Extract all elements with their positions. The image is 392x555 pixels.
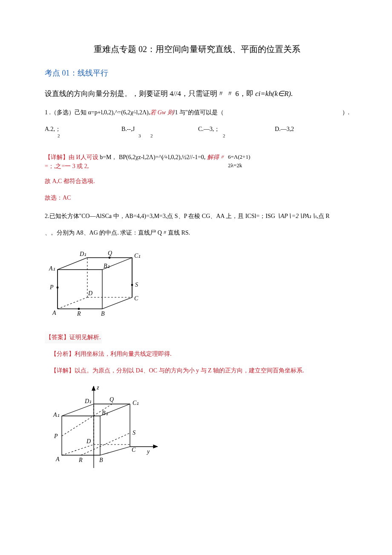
q2a-text: 2.已知长方体"CO—AlSCa 中，AB=4,4)=3,M=3,点 S、P 在… [45,213,275,219]
q1-stem: 1 .（多选）己知 α=p+l,0,2),^=(6,2χ∕-l,2Λ), [45,109,150,116]
analysis-row: 【分析】利用坐标法，利用向量共线定理即得. [45,349,349,358]
q1-left: 1 .（多选）己知 α=p+l,0,2),^=(6,2χ∕-l,2Λ),若 Gw… [45,108,224,117]
figure-2: A B C D A₁ B₁ C₁ D₁ P Q R S y z [45,383,349,475]
label2-B1: B₁ [102,410,108,416]
svg-point-9 [109,256,111,259]
option-a-text: A.2,； [45,126,61,132]
page-title: 重难点专题 02：用空间向量研究直线、平面的位置关系 [45,43,349,55]
jiexi-b3: =；,之=一 3 或 2, [45,163,89,169]
jiexi-tag: 【详解】 [45,154,69,160]
label2-y: y [146,448,150,455]
option-d-text: D.—3,2 [275,126,294,132]
label-R: R [77,311,81,317]
label-Q: Q [108,250,112,256]
section-heading: 考点 01：线线平行 [45,67,349,79]
label2-C1: C₁ [133,400,139,406]
label2-R: R [78,457,83,463]
question-2-line1: 2.已知长方体"CO—AlSCa 中，AB=4,4)=3,M=3,点 S、P 在… [45,212,349,221]
label-B1: B₁ [104,263,110,269]
q1-ruo: 若 Gw 则 [150,109,173,116]
label2-C: C [132,447,136,453]
label-C1: C₁ [134,253,141,259]
option-b-text: B.--,J [121,126,135,132]
label-A1: A₁ [49,265,55,272]
xj-tag: 【详解】 [51,367,75,374]
label-D1: D₁ [79,251,86,257]
svg-line-5 [58,297,87,309]
detail-row: 【详解】以点。为原点，分别以 D4、OC 与的方向为小 y 与 Z 轴的正方向，… [45,366,349,375]
svg-line-18 [100,447,130,455]
label2-Q: Q [110,396,114,403]
svg-line-22 [62,404,112,436]
q2a-tail: ,点 R [317,213,329,219]
q2a-mid: ∖AP∖=2∖PA₁∖ [275,213,315,219]
option-b-sub1: 3 [138,132,141,139]
answer-tag: 【答案】 [46,334,69,340]
solution-right: 6=Λ(2+1) 2λ=2k [228,153,250,171]
svg-point-10 [78,308,80,310]
label2-A: A [55,456,60,462]
svg-point-11 [131,284,133,286]
fx-tag: 【分析】 [51,351,75,357]
q1-close: ）. [342,108,350,117]
option-a-sub: 2 [58,132,60,139]
label-S: S [135,282,138,288]
options-row: A.2,； 2 B.--,J 3 2 C.—3,； 2 D.—3,2 [45,125,349,142]
label-B: B [101,311,105,317]
answer-body: 证明见解析. [69,334,101,340]
label-A: A [52,310,56,316]
label2-D1: D₁ [84,398,92,404]
question-2-line2: 、。分别为 A8、AG 的中点. 求证：直线尸 Q〃直线 RS. [45,228,349,237]
jiexi-b1: 由 И人可设 [69,154,100,160]
q1-tail: /1 与"的值可以是（ [173,109,224,116]
label2-B: B [99,457,103,463]
svg-line-19 [62,445,94,455]
xj-body: 以点。为原点，分别以 D4、OC 与的方向为小 y 与 Z 轴的正方向，建立空间… [75,367,304,374]
option-a: A.2,； 2 [45,125,121,142]
svg-line-14 [62,404,94,416]
figure-1: A B C D A₁ B₁ C₁ D₁ P Q R S [45,245,349,329]
label-P: P [49,284,54,291]
option-d: D.—3,2 [275,125,349,142]
answer-row: 【答案】证明见解析. [45,331,102,343]
solution-left: 【详解】由 И人可设 b=M， BP(6,2χz-l,2Λ)=^(∕+l,0,2… [45,153,228,171]
label2-D: D [86,438,91,445]
option-b-sub2: 2 [150,132,153,139]
svg-point-8 [57,286,59,288]
eq-line2: 2λ=2k [228,161,250,170]
question-1: 1 .（多选）己知 α=p+l,0,2),^=(6,2χ∕-l,2Λ),若 Gw… [45,108,349,117]
intro-formula: ci=kh(k∈R). [255,90,293,98]
option-c: C.—3,； 2 [198,125,275,142]
intro-paragraph: 设直线的方向向量分别是。，则要证明 4//4，只需证明〃 〃 6，即 ci=kh… [45,88,349,99]
label-D: D [88,290,92,296]
conclusion-2: 故选：AC [45,193,349,202]
label2-S: S [133,430,135,436]
solution-row: 【详解】由 И人可设 b=M， BP(6,2χz-l,2Λ)=^(∕+l,0,2… [45,153,349,171]
label2-z: z [96,384,99,391]
option-b: B.--,J 3 2 [121,125,198,142]
label-C: C [134,295,138,302]
label2-P: P [54,433,58,439]
intro-text: 设直线的方向向量分别是。，则要证明 4//4，只需证明〃 〃 6，即 [45,90,255,98]
jiexi-b2: b=M， BP(6,2χz-l,2Λ)=^(∕+l,0,2),½2//-1=0, [100,154,205,160]
option-c-sub: 2 [223,132,225,139]
label2-A1: A₁ [53,412,60,418]
jiexi-jie: 解得〃 [205,154,225,160]
conclusion-1: 故 A,C 都符合选项. [45,177,349,186]
eq-line1: 6=Λ(2+1) [228,153,250,162]
fx-body: 利用坐标法，利用向量共线定理即得. [75,351,172,357]
option-c-text: C.—3,； [198,126,220,132]
